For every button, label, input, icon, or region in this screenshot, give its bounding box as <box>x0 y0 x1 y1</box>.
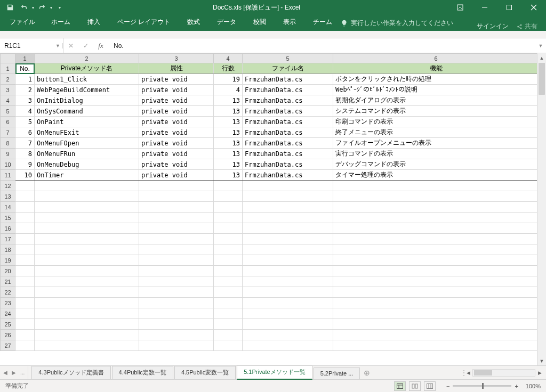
cell[interactable] <box>15 276 35 287</box>
vertical-scrollbar[interactable]: ▲ ▼ <box>537 53 546 365</box>
cell[interactable] <box>139 266 214 276</box>
row-header[interactable]: 13 <box>1 191 15 202</box>
cell[interactable]: 13 <box>214 106 243 117</box>
cell[interactable] <box>139 330 214 340</box>
undo-dropdown-icon[interactable]: ▾ <box>32 5 34 10</box>
cell[interactable]: private void <box>139 106 214 117</box>
cell[interactable]: 13 <box>214 95 243 106</box>
cell[interactable] <box>139 213 214 223</box>
cell[interactable]: 13 <box>214 138 243 149</box>
cell[interactable]: OnPaint <box>35 117 139 127</box>
row-header[interactable]: 27 <box>1 340 15 351</box>
ribbon-tab-data[interactable]: データ <box>208 14 245 31</box>
view-normal-icon[interactable] <box>394 381 406 391</box>
cell[interactable] <box>333 276 539 287</box>
cell[interactable] <box>333 244 539 255</box>
cell[interactable]: 3 <box>15 95 35 106</box>
cell[interactable] <box>214 298 243 308</box>
row-header[interactable]: 21 <box>1 276 15 287</box>
ribbon-tab-file[interactable]: ファイル <box>2 14 43 31</box>
cell[interactable] <box>214 287 243 298</box>
cell[interactable] <box>333 319 539 330</box>
cell[interactable]: FrmzuhanData.cs <box>243 117 333 127</box>
cell[interactable]: 4 <box>214 85 243 95</box>
row-header[interactable]: 12 <box>1 181 15 191</box>
scroll-up-icon[interactable]: ▲ <box>537 53 546 62</box>
view-pagelayout-icon[interactable] <box>409 381 421 391</box>
cell[interactable] <box>35 213 139 223</box>
cell[interactable] <box>15 234 35 244</box>
share-button[interactable]: 共有 <box>516 22 537 31</box>
cell[interactable]: OnTimer <box>35 170 139 181</box>
cell[interactable] <box>333 330 539 340</box>
row-header[interactable]: 24 <box>1 308 15 319</box>
row-header[interactable]: 2 <box>1 74 15 85</box>
cell[interactable]: button1_Click <box>35 74 139 85</box>
ribbon-tab-view[interactable]: 表示 <box>275 14 304 31</box>
col-header[interactable]: 4 <box>214 54 243 63</box>
cell[interactable] <box>139 308 214 319</box>
row-header[interactable]: 11 <box>1 170 15 181</box>
cell[interactable]: 5 <box>15 117 35 127</box>
cancel-formula-icon[interactable]: ✕ <box>63 42 78 50</box>
cell[interactable] <box>333 202 539 213</box>
ribbon-tab-formulas[interactable]: 数式 <box>179 14 208 31</box>
cell[interactable]: 終了メニューの表示 <box>333 127 539 138</box>
cell[interactable] <box>15 223 35 234</box>
hscroll-thumb[interactable] <box>474 370 492 375</box>
cell[interactable]: 13 <box>214 149 243 159</box>
cell[interactable] <box>35 266 139 276</box>
col-header[interactable]: 6 <box>333 54 539 63</box>
cell[interactable]: private void <box>139 138 214 149</box>
cell[interactable]: 2 <box>15 85 35 95</box>
cell[interactable] <box>139 255 214 266</box>
cell[interactable]: FrmzuhanData.cs <box>243 127 333 138</box>
cell[interactable]: 6 <box>15 127 35 138</box>
cell[interactable]: 8 <box>15 149 35 159</box>
cell[interactable]: FrmzuhanData.cs <box>243 138 333 149</box>
cell[interactable] <box>15 319 35 330</box>
col-header[interactable]: 2 <box>35 54 139 63</box>
cell[interactable] <box>214 223 243 234</box>
cell[interactable]: ボタンをクリックされた時の処理 <box>333 74 539 85</box>
hscroll-right-icon[interactable]: ▶ <box>535 370 544 375</box>
cell[interactable] <box>139 319 214 330</box>
cell[interactable] <box>243 276 333 287</box>
row-header[interactable]: 19 <box>1 255 15 266</box>
cell[interactable] <box>139 287 214 298</box>
cell[interactable] <box>243 330 333 340</box>
cell[interactable] <box>214 244 243 255</box>
ribbon-tab-pagelayout[interactable]: ページ レイアウト <box>109 14 179 31</box>
cell[interactable] <box>243 340 333 351</box>
cell[interactable]: 印刷コマンドの表示 <box>333 117 539 127</box>
ribbon-tab-home[interactable]: ホーム <box>43 14 79 31</box>
cell[interactable] <box>333 308 539 319</box>
row-header[interactable]: 7 <box>1 127 15 138</box>
cell[interactable]: Webﾍﾟｰｼﾞのﾋﾞﾙﾄﾞｺﾒﾝﾄの説明 <box>333 85 539 95</box>
cell[interactable] <box>333 298 539 308</box>
add-sheet-button[interactable]: ⊕ <box>361 366 373 379</box>
grid[interactable]: 1 2 3 4 5 6 1No.Privateメソッド名属性行数ファイル名機能2… <box>0 53 546 365</box>
cell[interactable] <box>15 298 35 308</box>
cell[interactable]: FrmzuhanData.cs <box>243 85 333 95</box>
cell[interactable]: システムコマンドの表示 <box>333 106 539 117</box>
row-header[interactable]: 17 <box>1 234 15 244</box>
cell[interactable] <box>243 181 333 191</box>
cell[interactable] <box>15 266 35 276</box>
tell-me-search[interactable]: 実行したい作業を入力してください <box>341 15 453 31</box>
cell[interactable]: ファイル名 <box>243 63 333 74</box>
cell[interactable]: private void <box>139 85 214 95</box>
qat-customize-icon[interactable]: ▾ <box>59 5 61 10</box>
row-header[interactable]: 14 <box>1 202 15 213</box>
row-header[interactable]: 5 <box>1 106 15 117</box>
cell[interactable] <box>139 298 214 308</box>
cell[interactable]: FrmzuhanData.cs <box>243 159 333 170</box>
cell[interactable] <box>35 330 139 340</box>
cell[interactable] <box>35 308 139 319</box>
cell[interactable] <box>243 223 333 234</box>
cell[interactable]: OnMenuFExit <box>35 127 139 138</box>
row-header[interactable]: 9 <box>1 149 15 159</box>
cell[interactable] <box>139 234 214 244</box>
cell[interactable] <box>214 202 243 213</box>
cell[interactable] <box>15 330 35 340</box>
